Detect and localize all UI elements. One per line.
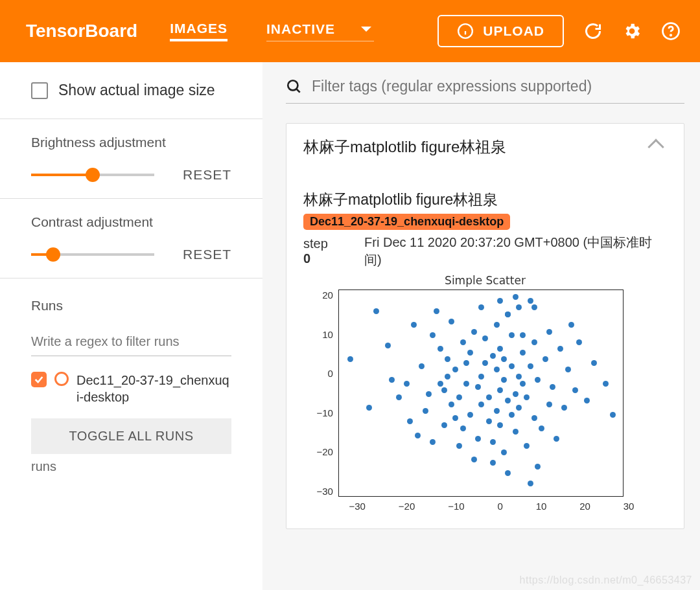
header-tabs: IMAGES INACTIVE [170,21,374,41]
check-icon [34,374,44,385]
chart-title: Simple Scatter [317,274,654,287]
help-icon [661,21,681,41]
gear-icon [622,21,642,41]
chart-container: Simple Scatter 20100−10−20−30 −30−20−100… [317,274,654,512]
upload-button[interactable]: UPLOAD [438,15,564,47]
main-panel: 林麻子matplotlib figure林祖泉 林麻子matplotlib fi… [262,62,700,590]
brightness-slider-handle[interactable] [86,168,100,182]
brightness-slider[interactable] [31,174,154,176]
help-button[interactable] [661,21,681,41]
brightness-label: Brightness adjustment [31,135,231,150]
chart-plot-area [338,289,624,497]
svg-point-5 [288,80,298,90]
tag-title: 林麻子matplotlib figure林祖泉 [303,137,506,157]
svg-point-4 [670,35,671,36]
tag-card: 林麻子matplotlib figure林祖泉 林麻子matplotlib fi… [286,123,684,529]
refresh-button[interactable] [583,21,603,41]
contrast-slider-handle[interactable] [46,247,60,262]
info-icon [457,23,474,40]
chart-y-ticks: 20100−10−20−30 [317,289,338,497]
sidebar: Show actual image size Brightness adjust… [0,62,262,590]
svg-line-6 [296,89,299,92]
collapse-icon[interactable] [648,139,664,155]
watermark: https://blog.csdn.net/m0_46653437 [520,574,692,586]
run-name-label: Dec11_20-37-19_chenxuqi-desktop [76,372,231,405]
tag-filter-input[interactable] [312,78,684,95]
tab-inactive-label: INACTIVE [266,21,335,37]
contrast-label: Contrast adjustment [31,214,231,230]
search-icon [286,78,303,95]
image-subtitle: 林麻子matplotlib figure林祖泉 [303,190,667,210]
timestamp-label: Fri Dec 11 2020 20:37:20 GMT+0800 (中国标准时… [364,234,667,269]
contrast-section: Contrast adjustment RESET [0,199,262,278]
upload-label: UPLOAD [483,23,544,39]
step-label: step 0 [303,236,338,266]
contrast-slider[interactable] [31,253,154,256]
show-actual-size-checkbox[interactable] [31,82,48,99]
runs-filter-input[interactable] [31,330,231,356]
settings-button[interactable] [622,21,642,41]
contrast-reset-button[interactable]: RESET [183,247,231,262]
runs-label: Runs [31,298,231,313]
brand-title: TensorBoard [26,21,137,41]
show-actual-size-label: Show actual image size [58,82,215,99]
tab-inactive-dropdown[interactable]: INACTIVE [266,21,374,41]
run-chip: Dec11_20-37-19_chenxuqi-desktop [303,214,510,230]
chevron-down-icon [361,27,371,32]
runs-section: Runs Dec11_20-37-19_chenxuqi-desktop TOG… [0,278,262,474]
run-color-radio[interactable] [54,372,69,386]
runs-footer-label: runs [31,459,231,474]
run-row: Dec11_20-37-19_chenxuqi-desktop [31,372,231,405]
show-actual-size-row: Show actual image size [0,82,262,119]
tag-filter-row [286,78,684,104]
app-header: TensorBoard IMAGES INACTIVE UPLOAD [0,0,700,62]
tab-images[interactable]: IMAGES [170,21,228,41]
content: Show actual image size Brightness adjust… [0,62,700,590]
refresh-icon [584,22,602,40]
toggle-all-runs-button[interactable]: TOGGLE ALL RUNS [31,418,231,454]
chart-x-ticks: −30−20−100102030 [317,497,635,512]
run-checkbox[interactable] [31,372,47,387]
header-actions: UPLOAD [438,15,681,47]
brightness-section: Brightness adjustment RESET [0,119,262,199]
brightness-reset-button[interactable]: RESET [183,167,231,183]
